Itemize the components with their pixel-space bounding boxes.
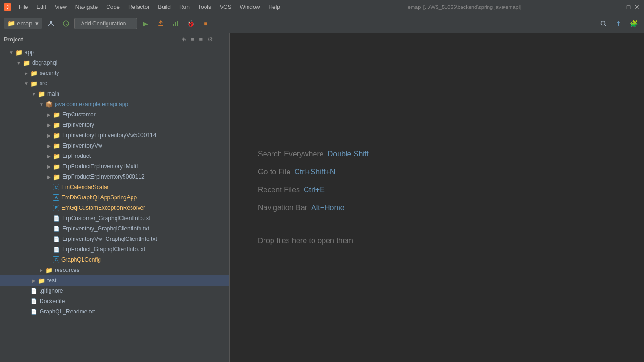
arrow-app: ▼ (8, 50, 15, 55)
tree-item-emdbgraphqlapp[interactable]: A EmDbGraphQLAppSpringApp (0, 192, 229, 203)
hint-recent-files-shortcut: Ctrl+E (304, 186, 325, 194)
locate-in-tree-button[interactable]: ⊕ (180, 35, 188, 44)
tree-item-app[interactable]: ▼ 📁 app (0, 47, 229, 58)
tree-label-graphql-readme: GraphQL_Readme.txt (40, 308, 95, 315)
tree-item-src[interactable]: ▼ 📁 src (0, 78, 229, 89)
panel-title: Project (4, 36, 178, 43)
arrow-dbgraphql: ▼ (15, 60, 23, 66)
coverage-button[interactable] (169, 17, 182, 30)
tree-item-erpproduct[interactable]: ▶ 📁 ErpProduct (0, 151, 229, 161)
file-icon-erpcustomer-txt: 📄 (53, 215, 60, 222)
tree-item-java-pkg[interactable]: ▼ 📦 java.com.example.emapi.app (0, 99, 229, 109)
project-selector[interactable]: 📁 emapi ▾ (4, 18, 42, 29)
tree-label-emgqlexceptionresolver: EmGqlCustomExceptionResolver (61, 205, 145, 211)
minimize-button[interactable]: — (617, 4, 623, 10)
tree-item-gitignore[interactable]: 📄 .gitignore (0, 286, 229, 296)
tree-item-erpinventoryvw[interactable]: ▶ 📁 ErpInventoryVw (0, 140, 229, 151)
collapse-all-button[interactable]: ≡ (190, 35, 196, 44)
tree-item-emcalendarscalar[interactable]: C EmCalendarScalar (0, 182, 229, 192)
tree-item-test[interactable]: ▶ 📁 test (0, 275, 229, 286)
file-icon-erpinventory-txt: 📄 (53, 226, 60, 232)
menu-vcs[interactable]: VCS (216, 3, 235, 11)
tree-item-erpinventory[interactable]: ▶ 📁 ErpInventory (0, 120, 229, 130)
build-button[interactable] (154, 17, 167, 30)
arrow-erpinventoryvw5000114: ▶ (45, 133, 53, 138)
folder-icon-erpinventoryvw5000114: 📁 (53, 132, 60, 139)
hint-goto-file-label: Go to File (258, 168, 290, 176)
collapse-dirs-button[interactable]: ≡ (198, 35, 204, 44)
tree-label-erpinventoryvw: ErpInventoryVw (62, 142, 102, 149)
plugins-button[interactable]: 🧩 (627, 17, 640, 30)
java-icon-emgqlexceptionresolver: E (53, 205, 59, 211)
hint-search-everywhere-label: Search Everywhere (258, 150, 324, 158)
tree-item-emgqlexceptionresolver[interactable]: E EmGqlCustomExceptionResolver (0, 203, 229, 213)
tree-item-erpcustomer[interactable]: ▶ 📁 ErpCustomer (0, 109, 229, 120)
tree-item-erpinventoryvw-graphql-txt[interactable]: 📄 ErpInventoryVw_GraphqlClientInfo.txt (0, 234, 229, 244)
window-controls: — □ ✕ (617, 4, 640, 10)
menu-build[interactable]: Build (154, 3, 174, 11)
arrow-src: ▼ (23, 81, 30, 86)
run-button[interactable]: ▶ (139, 17, 152, 30)
tree-item-erpproductinventory5000112[interactable]: ▶ 📁 ErpProductErpInventory5000112 (0, 172, 229, 182)
menu-code[interactable]: Code (102, 3, 124, 11)
menu-view[interactable]: View (51, 3, 71, 11)
gear-button[interactable]: ⚙ (206, 35, 215, 44)
folder-icon-main: 📁 (38, 90, 45, 98)
tree-label-gitignore: .gitignore (40, 288, 63, 294)
tree-item-resources[interactable]: ▶ 📁 resources (0, 265, 229, 275)
folder-icon-erpproductinventory1multi: 📁 (53, 163, 60, 170)
tree-item-main[interactable]: ▼ 📁 main (0, 89, 229, 99)
arrow-test: ▶ (30, 278, 38, 283)
folder-icon-resources: 📁 (45, 267, 53, 274)
menu-tools[interactable]: Tools (194, 3, 215, 11)
folder-icon-erpinventory: 📁 (53, 122, 60, 129)
tree-item-dockerfile[interactable]: 📄 Dockerfile (0, 296, 229, 306)
tree-item-erpcustomer-graphql-txt[interactable]: 📄 ErpCustomer_GraphqlClientInfo.txt (0, 213, 229, 223)
stop-button[interactable]: ■ (199, 17, 213, 30)
svg-point-6 (601, 21, 605, 25)
arrow-main: ▼ (30, 91, 38, 97)
tree-item-graphqlconfig[interactable]: C GraphQLConfig (0, 255, 229, 265)
tree-item-erpinventory-graphql-txt[interactable]: 📄 ErpInventory_GraphqlClientInfo.txt (0, 223, 229, 234)
search-everywhere-button[interactable] (597, 17, 610, 30)
tree-item-dbgraphql[interactable]: ▼ 📁 dbgraphql (0, 58, 229, 68)
menu-edit[interactable]: Edit (33, 3, 50, 11)
menu-window[interactable]: Window (236, 3, 264, 11)
maximize-button[interactable]: □ (625, 4, 632, 10)
folder-icon-test: 📁 (38, 277, 45, 284)
gitignore-icon: 📄 (30, 288, 38, 294)
menu-refactor[interactable]: Refactor (124, 3, 153, 11)
arrow-erpcustomer: ▶ (45, 112, 53, 117)
hide-panel-button[interactable]: — (216, 35, 225, 44)
menu-run[interactable]: Run (175, 3, 193, 11)
run-configuration-button[interactable]: Add Configuration... (74, 18, 137, 29)
svg-rect-3 (173, 24, 174, 26)
tree-item-graphql-readme[interactable]: 📄 GraphQL_Readme.txt (0, 306, 229, 317)
profile-button[interactable] (44, 17, 58, 30)
tree-item-security[interactable]: ▶ 📁 security (0, 68, 229, 78)
tree-item-erpproduct-graphql-txt[interactable]: 📄 ErpProduct_GraphqlClientInfo.txt (0, 244, 229, 255)
tree-label-erpinventoryvw-txt: ErpInventoryVw_GraphqlClientInfo.txt (62, 236, 157, 242)
vcs-update-button[interactable] (59, 17, 73, 30)
hint-search-everywhere: Search Everywhere Double Shift (258, 150, 369, 158)
tree-item-erpproductinventory1multi[interactable]: ▶ 📁 ErpProductErpInventory1Multi (0, 161, 229, 172)
project-panel: Project ⊕ ≡ ≡ ⚙ — ▼ 📁 app ▼ 📁 dbgraphql (0, 33, 230, 362)
tree-item-erpinventoryvw5000114[interactable]: ▶ 📁 ErpInventoryErpInventoryVw5000114 (0, 130, 229, 140)
tree-label-graphqlconfig: GraphQLConfig (61, 256, 101, 263)
folder-icon-erpcustomer: 📁 (53, 111, 60, 118)
readme-icon: 📄 (30, 309, 38, 315)
menu-file[interactable]: File (15, 3, 32, 11)
file-icon-erpinventoryvw-txt: 📄 (53, 236, 60, 242)
menu-navigate[interactable]: Navigate (72, 3, 101, 11)
update-button[interactable]: ⬆ (612, 17, 625, 30)
hint-recent-files-label: Recent Files (258, 186, 300, 194)
title-bar: J File Edit View Navigate Code Refactor … (0, 0, 644, 14)
tree-label-erpinventoryvw5000114: ErpInventoryErpInventoryVw5000114 (62, 132, 156, 139)
menu-help[interactable]: Help (264, 3, 284, 11)
tree-label-src: src (40, 80, 47, 87)
close-button[interactable]: ✕ (634, 4, 640, 10)
profile-run-button[interactable]: 🐞 (184, 17, 198, 30)
tree-label-erpcustomer-txt: ErpCustomer_GraphqlClientInfo.txt (62, 215, 150, 222)
folder-icon-erpproductinventory5000112: 📁 (53, 173, 60, 181)
arrow-erpinventory: ▶ (45, 123, 53, 128)
